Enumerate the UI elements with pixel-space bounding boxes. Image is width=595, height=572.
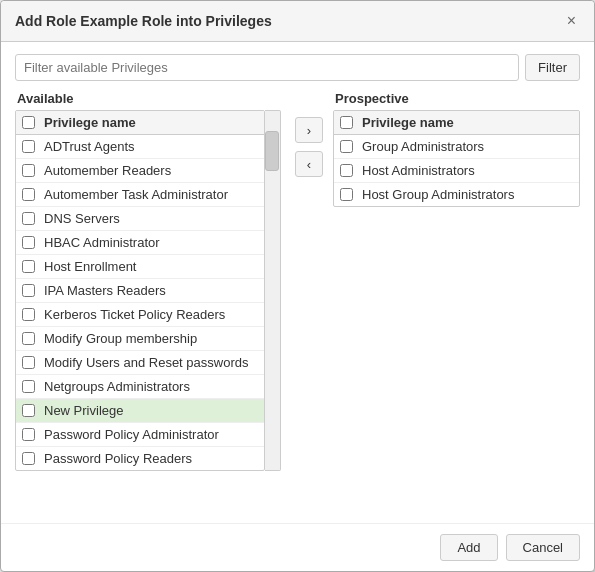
available-list-item: Automember Readers xyxy=(16,159,264,183)
prospective-item-checkbox[interactable] xyxy=(340,140,353,153)
available-list-item: HBAC Administrator xyxy=(16,231,264,255)
available-item-checkbox[interactable] xyxy=(22,212,35,225)
prospective-column-header: Privilege name xyxy=(362,115,573,130)
prospective-list-item: Host Administrators xyxy=(334,159,579,183)
prospective-panel: Prospective Privilege name Group Adminis… xyxy=(333,91,580,207)
available-panel: Available Privilege name ADTrust Agent xyxy=(15,91,285,471)
available-list-item: Kerberos Ticket Policy Readers xyxy=(16,303,264,327)
close-button[interactable]: × xyxy=(563,11,580,31)
available-list-header: Privilege name xyxy=(16,111,264,135)
available-list-item: New Privilege xyxy=(16,399,264,423)
available-item-checkbox[interactable] xyxy=(22,356,35,369)
available-item-name: Password Policy Administrator xyxy=(44,427,258,442)
available-item-checkbox[interactable] xyxy=(22,332,35,345)
filter-button[interactable]: Filter xyxy=(525,54,580,81)
available-item-checkbox[interactable] xyxy=(22,188,35,201)
available-item-checkbox[interactable] xyxy=(22,404,35,417)
dialog: Add Role Example Role into Privileges × … xyxy=(0,0,595,572)
panels-row: Available Privilege name ADTrust Agent xyxy=(15,91,580,511)
available-item-name: Netgroups Administrators xyxy=(44,379,258,394)
available-item-name: DNS Servers xyxy=(44,211,258,226)
arrows-column: › ‹ xyxy=(285,117,333,177)
available-scrollbar-thumb[interactable] xyxy=(265,131,279,171)
available-item-checkbox[interactable] xyxy=(22,452,35,465)
available-item-checkbox[interactable] xyxy=(22,164,35,177)
available-list-item: DNS Servers xyxy=(16,207,264,231)
prospective-item-name: Host Administrators xyxy=(362,163,573,178)
available-item-checkbox[interactable] xyxy=(22,140,35,153)
available-item-name: HBAC Administrator xyxy=(44,235,258,250)
prospective-list-header: Privilege name xyxy=(334,111,579,135)
available-item-name: Modify Users and Reset passwords xyxy=(44,355,258,370)
available-item-name: Kerberos Ticket Policy Readers xyxy=(44,307,258,322)
prospective-label: Prospective xyxy=(333,91,580,106)
available-wrapper: Privilege name ADTrust Agents Automember… xyxy=(15,110,285,471)
available-list-item: Netgroups Administrators xyxy=(16,375,264,399)
prospective-list-item: Group Administrators xyxy=(334,135,579,159)
available-item-name: Automember Readers xyxy=(44,163,258,178)
available-item-checkbox[interactable] xyxy=(22,260,35,273)
available-list-body: ADTrust Agents Automember Readers Autome… xyxy=(16,135,264,470)
prospective-item-name: Group Administrators xyxy=(362,139,573,154)
prospective-item-checkbox[interactable] xyxy=(340,164,353,177)
prospective-item-checkbox[interactable] xyxy=(340,188,353,201)
available-list-item: Automember Task Administrator xyxy=(16,183,264,207)
available-item-checkbox[interactable] xyxy=(22,380,35,393)
available-item-checkbox[interactable] xyxy=(22,284,35,297)
prospective-item-name: Host Group Administrators xyxy=(362,187,573,202)
dialog-footer: Add Cancel xyxy=(1,523,594,571)
available-item-name: Host Enrollment xyxy=(44,259,258,274)
dialog-title: Add Role Example Role into Privileges xyxy=(15,13,272,29)
available-list-item: Modify Group membership xyxy=(16,327,264,351)
prospective-list: Privilege name Group Administrators Host… xyxy=(333,110,580,207)
prospective-list-body: Group Administrators Host Administrators… xyxy=(334,135,579,206)
available-scrollbar[interactable] xyxy=(265,110,281,471)
available-item-name: ADTrust Agents xyxy=(44,139,258,154)
prospective-list-item: Host Group Administrators xyxy=(334,183,579,206)
prospective-select-all-checkbox[interactable] xyxy=(340,116,353,129)
add-button[interactable]: Add xyxy=(440,534,497,561)
move-left-button[interactable]: ‹ xyxy=(295,151,323,177)
available-item-name: Automember Task Administrator xyxy=(44,187,258,202)
dialog-header: Add Role Example Role into Privileges × xyxy=(1,1,594,42)
available-list-item: Password Policy Administrator xyxy=(16,423,264,447)
filter-row: Filter xyxy=(15,54,580,81)
available-item-name: Password Policy Readers xyxy=(44,451,258,466)
available-list-item: Modify Users and Reset passwords xyxy=(16,351,264,375)
available-item-name: IPA Masters Readers xyxy=(44,283,258,298)
dialog-body: Filter Available Privilege name xyxy=(1,42,594,523)
available-select-all-checkbox[interactable] xyxy=(22,116,35,129)
available-list: Privilege name ADTrust Agents Automember… xyxy=(15,110,265,471)
available-item-checkbox[interactable] xyxy=(22,308,35,321)
available-label: Available xyxy=(15,91,285,106)
available-item-checkbox[interactable] xyxy=(22,428,35,441)
available-item-checkbox[interactable] xyxy=(22,236,35,249)
filter-input[interactable] xyxy=(15,54,519,81)
cancel-button[interactable]: Cancel xyxy=(506,534,580,561)
available-list-item: Host Enrollment xyxy=(16,255,264,279)
available-column-header: Privilege name xyxy=(44,115,258,130)
available-list-item: ADTrust Agents xyxy=(16,135,264,159)
available-list-item: IPA Masters Readers xyxy=(16,279,264,303)
move-right-button[interactable]: › xyxy=(295,117,323,143)
available-item-name: New Privilege xyxy=(44,403,258,418)
available-list-item: Password Policy Readers xyxy=(16,447,264,470)
available-item-name: Modify Group membership xyxy=(44,331,258,346)
